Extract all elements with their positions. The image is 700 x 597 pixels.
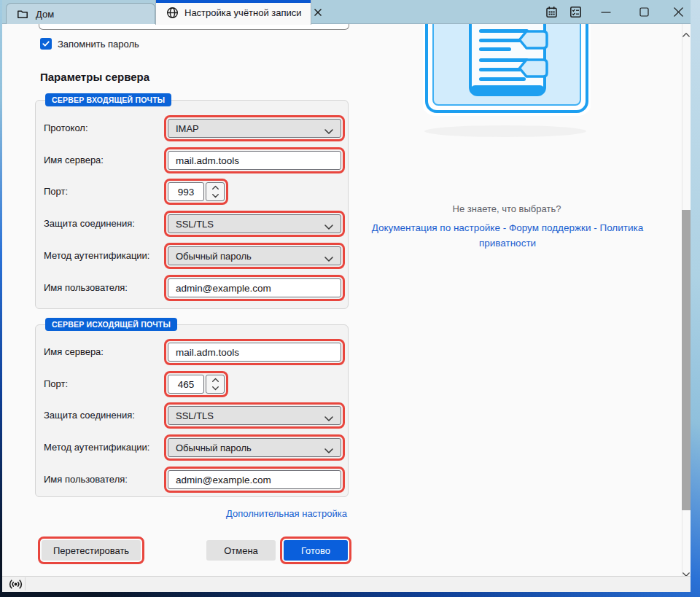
protocol-value: IMAP xyxy=(176,123,199,134)
chevron-down-icon xyxy=(324,445,333,456)
highlight-hostname-in xyxy=(164,147,345,173)
outgoing-auth-value: Обычный пароль xyxy=(176,442,252,453)
chevron-down-icon xyxy=(324,254,333,265)
tab-strip: Дом Настройка учётной записи xyxy=(2,0,691,24)
account-setup-content: Запомнить пароль Параметры сервера СЕРВЕ… xyxy=(2,24,682,576)
spin-up-icon[interactable] xyxy=(206,375,224,384)
highlight-username-in xyxy=(164,275,345,301)
tasks-icon[interactable] xyxy=(561,0,590,24)
field-label-hostname-in: Имя сервера: xyxy=(44,155,104,166)
link-separator: - xyxy=(500,222,509,233)
folder-icon xyxy=(17,8,28,20)
checkmark-icon xyxy=(42,39,50,48)
field-label-auth-out: Метод аутентификации: xyxy=(44,442,149,453)
tab-account-setup[interactable]: Настройка учётной записи xyxy=(155,0,311,25)
cut-off-input[interactable] xyxy=(39,24,349,30)
incoming-auth-select[interactable]: Обычный пароль xyxy=(168,246,341,265)
incoming-auth-value: Обычный пароль xyxy=(176,251,252,262)
remember-password-checkbox[interactable] xyxy=(40,38,52,50)
server-settings-heading: Параметры сервера xyxy=(40,71,149,83)
minimize-icon[interactable] xyxy=(591,0,621,24)
scroll-up-icon[interactable] xyxy=(682,27,690,40)
field-label-username-in: Имя пользователя: xyxy=(44,282,128,294)
support-forum-link[interactable]: Форум поддержки xyxy=(509,222,591,233)
field-label-protocol: Протокол: xyxy=(44,122,88,134)
field-label-security-out: Защита соединения: xyxy=(44,410,135,421)
link-separator: - xyxy=(591,222,599,233)
broadcast-icon[interactable] xyxy=(9,578,23,593)
highlight-done: Готово xyxy=(280,536,351,564)
chevron-down-icon xyxy=(324,222,333,233)
protocol-select[interactable]: IMAP xyxy=(168,119,341,138)
incoming-server-badge: СЕРВЕР ВХОДЯЩЕЙ ПОЧТЫ xyxy=(45,93,171,106)
outgoing-port-stepper[interactable] xyxy=(206,375,225,394)
outgoing-server-badge: СЕРВЕР ИСХОДЯЩЕЙ ПОЧТЫ xyxy=(45,318,177,331)
window-close-icon[interactable] xyxy=(664,0,693,24)
spin-down-icon[interactable] xyxy=(206,192,224,200)
status-bar xyxy=(2,576,691,592)
thunderbird-window: Дом Настройка учётной записи xyxy=(2,0,691,592)
field-label-hostname-out: Имя сервера: xyxy=(44,346,104,358)
outgoing-hostname-input[interactable] xyxy=(168,343,341,362)
maximize-icon[interactable] xyxy=(629,0,658,24)
remember-password-label: Запомнить пароль xyxy=(58,39,139,50)
cancel-button[interactable]: Отмена xyxy=(206,540,276,561)
highlight-username-out xyxy=(164,467,345,493)
incoming-security-value: SSL/TLS xyxy=(176,219,214,230)
advanced-config-link[interactable]: Дополнительная настройка xyxy=(201,508,347,519)
chevron-down-icon xyxy=(324,126,333,137)
incoming-port-stepper[interactable] xyxy=(206,182,225,201)
outgoing-auth-select[interactable]: Обычный пароль xyxy=(168,438,341,457)
field-label-port-out: Порт: xyxy=(44,378,68,390)
account-illustration xyxy=(423,24,591,117)
tab-home[interactable]: Дом xyxy=(6,3,155,24)
docs-link[interactable]: Документация по настройке xyxy=(372,222,500,233)
highlight-port-out xyxy=(164,371,228,397)
incoming-security-select[interactable]: SSL/TLS xyxy=(168,214,341,233)
active-tab-indicator xyxy=(156,0,311,3)
illustration-shadow xyxy=(424,125,586,137)
globe-icon xyxy=(166,7,179,19)
highlight-auth-in: Обычный пароль xyxy=(164,243,345,269)
chevron-down-icon xyxy=(324,413,333,424)
statusbar-divider xyxy=(25,577,26,590)
outgoing-security-select[interactable]: SSL/TLS xyxy=(168,406,341,425)
tab-home-label: Дом xyxy=(36,9,54,20)
tab-account-setup-label: Настройка учётной записи xyxy=(184,7,302,18)
help-links: Документация по настройке - Форум поддер… xyxy=(362,220,653,251)
highlight-hostname-out xyxy=(164,339,345,365)
highlight-port-in xyxy=(164,179,228,205)
spin-up-icon[interactable] xyxy=(206,183,224,192)
incoming-username-input[interactable] xyxy=(168,278,341,297)
retest-button[interactable]: Перетестировать xyxy=(42,540,141,561)
done-button[interactable]: Готово xyxy=(284,540,348,561)
highlight-security-out: SSL/TLS xyxy=(164,402,345,429)
highlight-retest: Перетестировать xyxy=(38,536,144,564)
incoming-port-input[interactable] xyxy=(168,182,204,201)
outgoing-security-value: SSL/TLS xyxy=(176,410,214,421)
field-label-username-out: Имя пользователя: xyxy=(44,474,128,485)
field-label-auth-in: Метод аутентификации: xyxy=(44,250,149,262)
outgoing-username-input[interactable] xyxy=(168,470,341,489)
field-label-security-in: Защита соединения: xyxy=(44,218,135,230)
highlight-security-in: SSL/TLS xyxy=(164,211,345,237)
tab-close-icon[interactable] xyxy=(314,8,322,17)
field-label-port-in: Порт: xyxy=(44,186,68,198)
highlight-protocol: IMAP xyxy=(164,115,345,141)
help-question: Не знаете, что выбрать? xyxy=(361,203,653,214)
outgoing-port-input[interactable] xyxy=(168,375,204,394)
incoming-hostname-input[interactable] xyxy=(168,151,341,170)
scrollbar-thumb[interactable] xyxy=(682,210,691,510)
highlight-auth-out: Обычный пароль xyxy=(164,434,345,461)
spin-down-icon[interactable] xyxy=(206,384,224,393)
